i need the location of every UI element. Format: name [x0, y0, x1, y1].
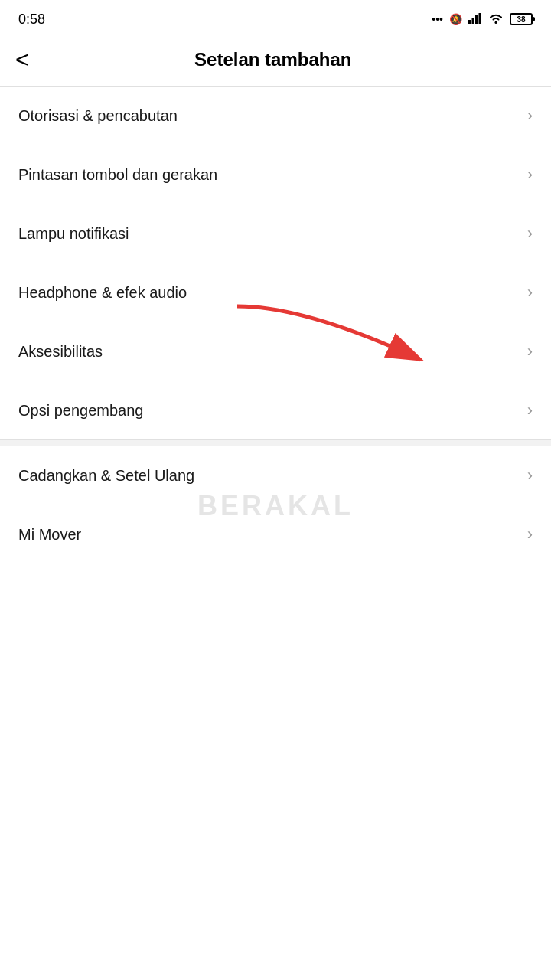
chevron-icon-opsi: › [527, 400, 533, 420]
menu-item-label-mimover: Mi Mover [18, 526, 81, 544]
app-bar: < Setelan tambahan [0, 37, 551, 86]
svg-rect-0 [468, 20, 471, 24]
status-bar: 0:58 ••• 🔕 38 [0, 0, 551, 37]
svg-point-4 [495, 21, 497, 24]
menu-item-label-opsi: Opsi pengembang [18, 402, 143, 420]
status-icons: ••• 🔕 38 [432, 12, 533, 27]
menu-item-lampu[interactable]: Lampu notifikasi › [0, 204, 551, 263]
menu-item-label-cadangkan: Cadangkan & Setel Ulang [18, 467, 194, 485]
back-button[interactable]: < [12, 44, 38, 76]
svg-rect-3 [479, 13, 481, 24]
menu-item-label-pintasan: Pintasan tombol dan gerakan [18, 166, 217, 184]
menu-item-label-aksesibilitas: Aksesibilitas [18, 343, 103, 361]
chevron-icon-otorisasi: › [527, 106, 533, 126]
chevron-icon-mimover: › [527, 524, 533, 544]
silent-icon: 🔕 [449, 13, 462, 25]
menu-item-opsi[interactable]: Opsi pengembang › [0, 381, 551, 439]
chevron-icon-cadangkan: › [527, 466, 533, 485]
chevron-icon-aksesibilitas: › [527, 341, 533, 361]
chevron-icon-pintasan: › [527, 165, 533, 185]
menu-section-1: Otorisasi & pencabutan › [0, 87, 551, 145]
menu-item-cadangkan[interactable]: Cadangkan & Setel Ulang › [0, 446, 551, 505]
menu-item-aksesibilitas[interactable]: Aksesibilitas › [0, 322, 551, 381]
menu-section-3: Cadangkan & Setel Ulang › Mi Mover › [0, 446, 551, 564]
svg-rect-2 [475, 15, 478, 24]
menu-section-2: Pintasan tombol dan gerakan › Lampu noti… [0, 145, 551, 439]
signal-icon [468, 12, 482, 27]
wifi-icon [488, 12, 504, 27]
menu-item-label-headphone: Headphone & efek audio [18, 284, 187, 302]
chevron-icon-headphone: › [527, 283, 533, 302]
dots-icon: ••• [432, 13, 443, 25]
page-title: Setelan tambahan [38, 49, 508, 70]
menu-item-label-lampu: Lampu notifikasi [18, 225, 129, 243]
svg-rect-1 [472, 18, 474, 24]
menu-item-pintasan[interactable]: Pintasan tombol dan gerakan › [0, 145, 551, 204]
status-time: 0:58 [18, 11, 45, 28]
battery-icon: 38 [510, 13, 533, 25]
menu-item-label-otorisasi: Otorisasi & pencabutan [18, 107, 178, 125]
menu-item-otorisasi[interactable]: Otorisasi & pencabutan › [0, 87, 551, 145]
chevron-icon-lampu: › [527, 224, 533, 243]
menu-item-mimover[interactable]: Mi Mover › [0, 505, 551, 564]
menu-item-headphone[interactable]: Headphone & efek audio › [0, 263, 551, 322]
divider-thick [0, 440, 551, 446]
